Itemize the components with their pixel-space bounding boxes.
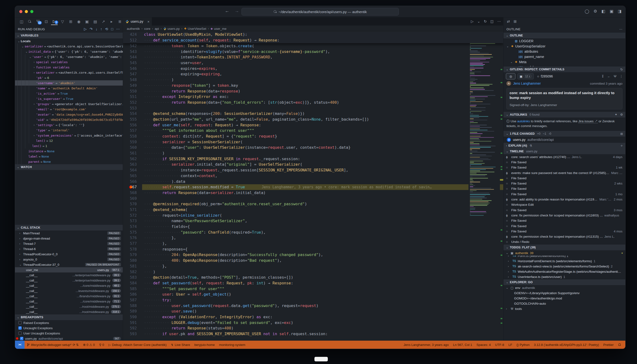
variable-row[interactable]: ›'system_permissions'=['access_admin_int… [15, 133, 123, 138]
variable-row[interactable]: ›'settings'={'locale': ''} [15, 122, 123, 128]
autolinks-link[interactable]: autolinks [517, 120, 530, 123]
timeline-item[interactable]: ϕcore: add ability to provide reason for… [504, 197, 625, 202]
kebab-icon[interactable]: ⋮ [620, 74, 623, 78]
variable-row[interactable]: len()=12 [15, 138, 123, 143]
changed-file-row[interactable]: ± users.py authentik/core/api [504, 136, 625, 143]
extensions-icon[interactable]: ⊞ [68, 18, 74, 25]
timeline-item[interactable]: ○File Saved1 mo [504, 192, 625, 197]
new-panel-icon[interactable]: ⊞ [514, 19, 517, 24]
stack-frame-row[interactable]: __call__.../core/middleware.py48:1 [15, 283, 123, 288]
code-line[interactable]: 552············return Response(data={"no… [123, 100, 504, 105]
breadcrumb-item-users-py[interactable]: users.py [163, 27, 180, 30]
open-changes-icon[interactable]: ⇄ [507, 19, 510, 24]
code-line[interactable]: 556····def user_me(self, request: Reques… [123, 122, 504, 128]
prettier[interactable]: Prettier [601, 343, 616, 346]
step-over-icon[interactable]: ↷ [90, 27, 93, 31]
timeline-item[interactable]: ○File Saved [504, 176, 625, 181]
breakpoint-row[interactable]: users.pyauthentik/core/api567 [15, 336, 123, 341]
autolinks-section-header[interactable]: ⌄ AUTOLINKS 0 found ✦⚙ [504, 112, 625, 118]
code-line[interactable]: 559········serializer = SessionUserSeria… [123, 139, 504, 145]
stack-frame-row[interactable]: __call__.../core/middleware.py71:1 [15, 299, 123, 304]
timeline-item[interactable]: ϕcore: fix permission check for scoped i… [504, 234, 625, 239]
code-line[interactable]: 548············) [123, 77, 504, 83]
code-line[interactable]: 573············name="UserPasswordSetSeri… [123, 218, 504, 224]
python-interpreter[interactable]: 3.12.8 ('authentik-xEAhpGPh-py3.12': Poe… [532, 343, 601, 346]
stash-tab[interactable]: ▣ 12 ± [517, 73, 534, 80]
github-icon[interactable]: ◉ [76, 18, 82, 25]
variable-row[interactable]: ›'groups'=<generator object UserSelfSeri… [15, 101, 123, 106]
forward-icon[interactable]: → [234, 8, 239, 14]
more-icon[interactable]: ⋯ [116, 27, 120, 31]
stack-frame-row[interactable]: user_meusers.py567:1 [15, 267, 123, 272]
code-line[interactable]: 547················expiring=expiring, [123, 71, 504, 77]
code-line[interactable]: 569 [123, 196, 504, 202]
outline-item[interactable]: ⌄❖Meta [504, 59, 625, 64]
code-line[interactable]: 571····@extend_schema( [123, 207, 504, 213]
variable-row[interactable]: label=None [15, 154, 123, 159]
gitlens-blame[interactable]: Jens Langhammer, 3 years ago [402, 343, 451, 346]
thread-row[interactable]: ›asyncio_0PAUSED [15, 257, 123, 262]
breakpoint-row[interactable]: Uncaught Exceptions [15, 326, 123, 331]
thread-row[interactable]: ›MainThreadPAUSED [15, 230, 123, 236]
variable-row[interactable]: 'email'='root@example.com' [15, 106, 123, 112]
code-line[interactable]: 583····@action(detail=True, methods=["PO… [123, 274, 504, 280]
code-line[interactable]: 424class UserViewSet(UsedByMixin, ModelV… [123, 32, 504, 38]
outline-section-header[interactable]: ⌄ OUTLINE [504, 33, 625, 38]
code-line[interactable]: 568········return Response(data=serializ… [123, 190, 504, 196]
code-line[interactable]: 586········user: User = self.get_object(… [123, 292, 504, 297]
jira-issues-link[interactable]: Jira issues ↗ [578, 120, 598, 123]
minimize-window-button[interactable] [25, 10, 28, 13]
gitlens-inspect-icon[interactable]: ▤ [92, 18, 98, 25]
variable-row[interactable]: instance=None [15, 148, 123, 154]
code-line[interactable]: 550············return Response(data=resp… [123, 88, 504, 94]
go-env-row[interactable]: GOENV=~/Library/Application Support/go/e… [504, 290, 625, 296]
variable-row[interactable]: 'is_superuser'=True [15, 96, 123, 101]
variable-row[interactable]: 'avatar'='data:image/svg+xml;base64,PHN2… [15, 112, 123, 117]
testing-icon[interactable]: ▽ [59, 18, 66, 25]
gitlens-section-header[interactable]: ⌄ GITLENS: INSPECT: COMMIT DETAILS ↻ [504, 66, 625, 72]
encoding[interactable]: UTF-8 [493, 343, 506, 346]
split-editor-icon[interactable]: ◫ [490, 19, 494, 24]
variable-row[interactable]: ›serializer=<authentik.core.api.users.Us… [15, 70, 123, 75]
code-line[interactable]: 557········"""Get information about curr… [123, 128, 504, 134]
variable-row[interactable]: 'username'='akadmin' [15, 80, 123, 86]
go-env-row[interactable]: GOTOOLCHAIN=auto [504, 301, 625, 306]
breadcrumb-item-user-me[interactable]: ◈user_me [210, 27, 226, 30]
code-line[interactable]: 543················identifier=slugify(va… [123, 49, 504, 54]
timeline-item[interactable]: ϕcore: fix permission check for scoped i… [504, 213, 625, 218]
timeline-item[interactable]: ϕcore: search users' attributes (#12740)… [504, 154, 625, 160]
breadcrumb-item-userviewset[interactable]: ❖UserViewSet [184, 27, 206, 30]
variable-row[interactable]: ›special variables [15, 59, 123, 64]
code-line[interactable]: 567▶········self.request.session.modifie… [123, 184, 504, 190]
code-line[interactable]: 576············}, [123, 235, 504, 241]
code-line[interactable]: 575················"password": CharField… [123, 230, 504, 235]
run-icon[interactable]: ▷ [471, 19, 474, 24]
breakpoint-checkbox[interactable] [18, 332, 22, 335]
timeline-item[interactable]: ○Undo / Redo [504, 239, 625, 244]
watch-section-header[interactable]: ⌄ WATCH [15, 164, 123, 170]
code-area[interactable]: 542············token: Token = Token.obje… [123, 43, 504, 337]
timeline-item[interactable]: ○Workspace Edit [504, 202, 625, 208]
back-icon[interactable]: ← [607, 74, 610, 78]
variable-row[interactable]: ⌄initial_data={'user': {'pk': 6, 'userna… [15, 49, 123, 54]
code-line[interactable]: 581········}, [123, 264, 504, 269]
code-line[interactable]: 545················user=user, [123, 60, 504, 66]
beryju-home[interactable]: beryjuio-home [192, 343, 217, 346]
back-icon[interactable]: ← [225, 8, 229, 14]
language-mode[interactable]: {} Python [514, 343, 532, 346]
more-actions-icon[interactable]: ⋯ [619, 28, 622, 31]
code-line[interactable]: 562········if SESSION_KEY_IMPERSONATE_US… [123, 156, 504, 162]
code-line[interactable]: 558········context: dict[str, Request] =… [123, 134, 504, 139]
code-line[interactable]: 546················expires=expires, [123, 66, 504, 72]
source-control-icon[interactable]: Ψ12 [35, 18, 41, 25]
refresh-icon[interactable]: ↻ [620, 68, 623, 71]
go-env-row[interactable]: GOMOD=~/dev/authentik/go.mod [504, 296, 625, 301]
explorer-go-section-header[interactable]: ⌄ EXPLORER: GO [504, 280, 625, 285]
stack-frame-row[interactable]: __call__.../root/middleware.py275:1 [15, 304, 123, 309]
variable-row[interactable]: 'name'='authentik Default Admin' [15, 86, 123, 91]
eol[interactable]: LF [506, 343, 514, 346]
problems[interactable]: ⊗ 0 ⚠ 0 [81, 343, 97, 346]
code-line[interactable]: 555····@action(url_path="me", url_name="… [123, 116, 504, 122]
todo-file-row[interactable]: ›TSWebAuthnAuthenticatorRegisterStage.ts… [504, 269, 625, 274]
code-line[interactable]: 551········except IntegrityError as exc: [123, 94, 504, 100]
